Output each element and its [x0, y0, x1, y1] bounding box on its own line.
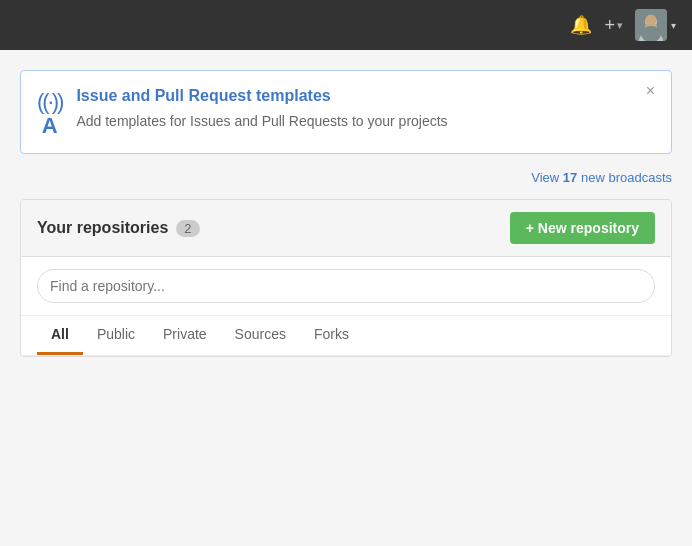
repos-header: Your repositories 2 + New repository [21, 200, 671, 257]
repos-title-text: Your repositories [37, 219, 168, 237]
find-repository-input[interactable] [37, 269, 655, 303]
main-content: ((·)) A Issue and Pull Request templates… [0, 50, 692, 377]
repositories-panel: Your repositories 2 + New repository All… [20, 199, 672, 357]
broadcast-close-button[interactable]: × [642, 81, 659, 101]
broadcast-banner: ((·)) A Issue and Pull Request templates… [20, 70, 672, 154]
view-broadcasts-suffix: new broadcasts [577, 170, 672, 185]
view-broadcasts: View 17 new broadcasts [20, 170, 672, 185]
repos-tabs: All Public Private Sources Forks [21, 316, 671, 356]
repos-search [21, 257, 671, 316]
tab-all[interactable]: All [37, 316, 83, 355]
view-broadcasts-prefix: View [531, 170, 563, 185]
new-repository-button[interactable]: + New repository [510, 212, 655, 244]
broadcasts-count: 17 [563, 170, 577, 185]
user-caret-icon: ▾ [671, 20, 676, 31]
avatar [635, 9, 667, 41]
tab-forks[interactable]: Forks [300, 316, 363, 355]
header: 🔔 + ▾ ▾ [0, 0, 692, 50]
signal-icon: ((·)) [37, 89, 62, 113]
add-label: + [604, 15, 615, 36]
user-menu[interactable]: ▾ [635, 9, 676, 41]
notifications-icon[interactable]: 🔔 [570, 14, 592, 36]
repos-title: Your repositories 2 [37, 219, 200, 237]
view-broadcasts-link[interactable]: View 17 new broadcasts [531, 170, 672, 185]
broadcast-icon: ((·)) A [37, 89, 62, 137]
antenna-icon: A [42, 115, 58, 137]
tab-sources[interactable]: Sources [221, 316, 300, 355]
broadcast-description: Add templates for Issues and Pull Reques… [76, 111, 447, 132]
broadcast-content: Issue and Pull Request templates Add tem… [76, 87, 447, 132]
broadcast-title: Issue and Pull Request templates [76, 87, 447, 105]
repos-count-badge: 2 [176, 220, 199, 237]
tab-public[interactable]: Public [83, 316, 149, 355]
add-menu[interactable]: + ▾ [604, 15, 623, 36]
svg-point-4 [646, 15, 657, 26]
add-caret-icon: ▾ [617, 19, 623, 32]
tab-private[interactable]: Private [149, 316, 221, 355]
